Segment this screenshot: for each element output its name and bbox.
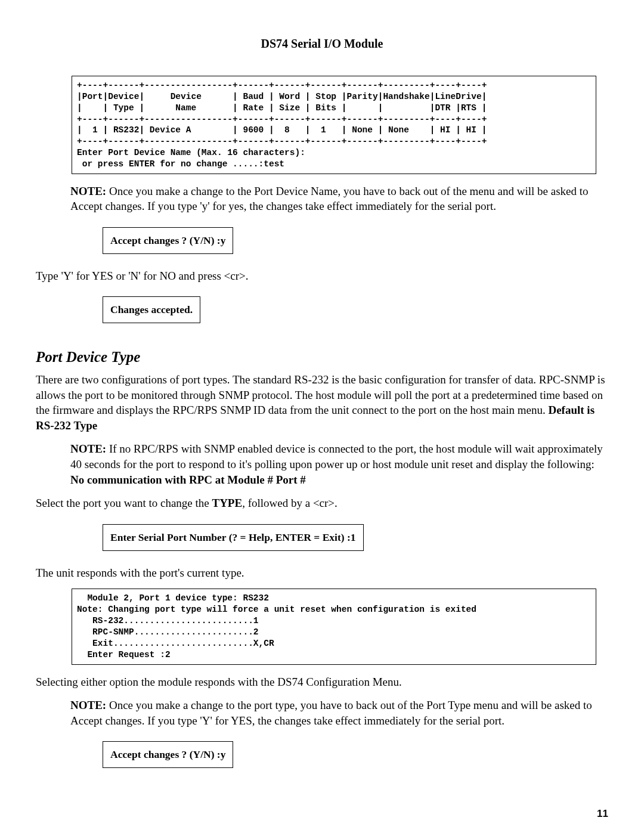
body-paragraph-4: The unit responds with the port's curren… <box>36 565 608 581</box>
section-heading-port-device-type: Port Device Type <box>36 347 608 367</box>
enter-port-number-box: Enter Serial Port Number (? = Help, ENTE… <box>103 524 364 551</box>
changes-accepted-box: Changes accepted. <box>103 296 200 323</box>
para3-text1: Select the port you want to change the <box>36 497 212 509</box>
note2-text1: If no RPC/RPS with SNMP enabled device i… <box>70 442 603 470</box>
note-label: NOTE: <box>70 185 106 197</box>
body-paragraph-3: Select the port you want to change the T… <box>36 496 608 511</box>
note-paragraph-1: NOTE: Once you make a change to the Port… <box>70 184 608 214</box>
note3-text: Once you make a change to the port type,… <box>70 699 592 727</box>
port-type-menu-box: Module 2, Port 1 device type: RS232 Note… <box>72 589 596 664</box>
para3-text2: , followed by a <cr>. <box>242 497 338 509</box>
note-paragraph-3: NOTE: Once you make a change to the port… <box>70 698 608 728</box>
note-text: Once you make a change to the Port Devic… <box>70 185 589 213</box>
page-title: DS74 Serial I/O Module <box>36 36 608 52</box>
note-label: NOTE: <box>70 699 106 711</box>
para2-text: There are two configurations of port typ… <box>36 373 605 416</box>
page-number: 11 <box>36 807 608 821</box>
note-paragraph-2: NOTE: If no RPC/RPS with SNMP enabled de… <box>70 441 608 487</box>
accept-changes-box-2: Accept changes ? (Y/N) :y <box>103 741 233 768</box>
accept-changes-box-1: Accept changes ? (Y/N) :y <box>103 227 233 254</box>
body-paragraph-1: Type 'Y' for YES or 'N' for NO and press… <box>36 268 608 284</box>
note-label: NOTE: <box>70 442 106 455</box>
body-paragraph-5: Selecting either option the module respo… <box>36 674 608 690</box>
para3-bold: TYPE <box>212 497 242 509</box>
note2-bold: No communication with RPC at Module # Po… <box>70 473 306 486</box>
port-config-table-box: +----+------+-----------------+------+--… <box>72 76 596 174</box>
body-paragraph-2: There are two configurations of port typ… <box>36 372 608 433</box>
